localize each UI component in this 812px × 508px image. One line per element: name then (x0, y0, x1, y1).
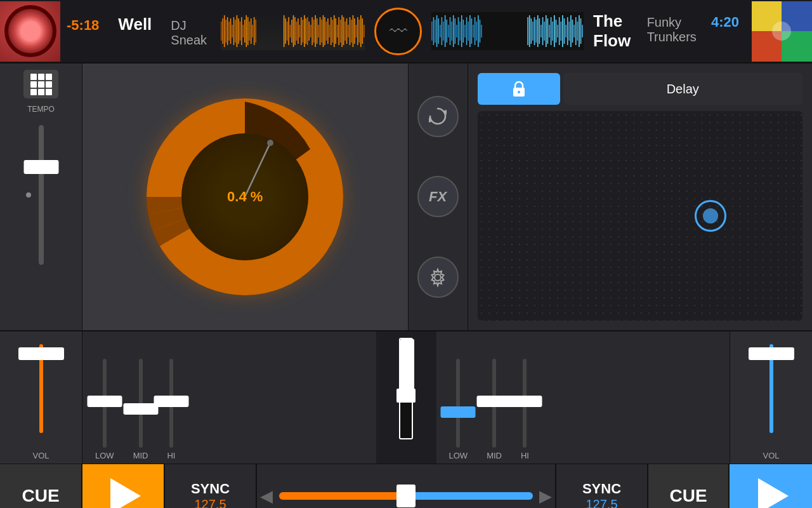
crossfader-h-thumb[interactable] (396, 485, 416, 507)
svg-rect-105 (481, 25, 482, 37)
svg-rect-109 (532, 22, 534, 41)
svg-rect-108 (531, 18, 532, 44)
svg-rect-96 (466, 17, 468, 45)
eq-mid-thumb-left[interactable] (123, 403, 158, 415)
svg-rect-79 (438, 18, 439, 44)
logo-circle: 〰 (374, 8, 422, 55)
eq-hi-thumb-right[interactable] (508, 396, 542, 407)
svg-rect-25 (286, 22, 287, 41)
svg-rect-132 (570, 15, 572, 47)
delay-button[interactable]: Delay (563, 73, 803, 105)
svg-rect-99 (471, 18, 473, 44)
eq-mid-track-right (492, 359, 496, 448)
svg-rect-27 (289, 25, 290, 37)
svg-rect-134 (573, 25, 575, 37)
sync-button-right[interactable]: SYNC 127.5 (555, 464, 647, 508)
svg-rect-69 (355, 25, 356, 37)
settings-button[interactable] (417, 257, 459, 298)
crossfader-vertical[interactable] (376, 331, 436, 464)
svg-rect-113 (539, 18, 540, 44)
eq-low-label-right: LOW (449, 451, 468, 460)
svg-rect-26 (288, 17, 289, 45)
svg-rect-47 (321, 20, 322, 43)
svg-rect-118 (547, 18, 549, 44)
eq-section-left: LOW MID HI (82, 331, 376, 464)
cue-button-left[interactable]: CUE (0, 464, 82, 508)
sync-btn[interactable] (417, 96, 459, 137)
svg-rect-41 (311, 17, 312, 45)
eq-low-thumb-left[interactable] (87, 396, 122, 407)
svg-rect-59 (339, 20, 340, 43)
deck-time-right: 4:20 (711, 14, 739, 30)
grid-button[interactable] (23, 70, 58, 98)
svg-rect-76 (433, 17, 435, 45)
cf-arrow-left[interactable]: ◀ (260, 486, 273, 506)
svg-rect-123 (556, 20, 557, 43)
sync-button-left[interactable]: SYNC 127.5 (165, 464, 257, 508)
cue-button-right[interactable]: CUE (647, 464, 730, 508)
svg-rect-127 (562, 15, 563, 47)
svg-rect-103 (478, 15, 479, 47)
svg-rect-110 (534, 17, 535, 45)
svg-point-183 (267, 140, 273, 146)
svg-rect-46 (319, 17, 320, 45)
eq-low-track-right (456, 359, 460, 448)
lock-button[interactable] (478, 73, 560, 105)
eq-low-thumb-right[interactable] (441, 406, 476, 418)
sync-bpm-right: 127.5 (586, 497, 617, 509)
crossfader-fill-left (279, 492, 406, 500)
deck-left-header: -5:18 Well DJ Sneak (0, 0, 368, 62)
eq-hi-right[interactable]: HI (521, 359, 529, 460)
svg-rect-16 (246, 15, 246, 47)
svg-rect-78 (436, 15, 438, 47)
deck-artist-right: Funky Trunkers (647, 15, 705, 44)
vol-thumb-left[interactable] (18, 347, 64, 360)
eq-low-left[interactable]: LOW (95, 359, 114, 460)
svg-rect-115 (542, 17, 544, 45)
svg-rect-42 (313, 20, 313, 43)
cf-arrow-right[interactable]: ▶ (539, 486, 552, 506)
waveform-left[interactable] (221, 12, 365, 50)
svg-point-186 (435, 274, 441, 281)
svg-rect-104 (480, 20, 481, 43)
eq-mid-right[interactable]: MID (487, 359, 502, 460)
svg-rect-40 (310, 25, 310, 37)
svg-rect-124 (557, 25, 558, 37)
deck-title-right: The Flow (593, 11, 641, 51)
crossfader-h-track[interactable] (279, 492, 533, 500)
eq-mid-left[interactable]: MID (133, 359, 148, 460)
fx-button[interactable]: FX (417, 176, 459, 217)
eq-hi-left[interactable]: HI (167, 359, 175, 460)
tempo-slider[interactable] (39, 119, 44, 330)
deck-artist-left: DJ Sneak (171, 18, 211, 48)
svg-rect-28 (291, 20, 292, 43)
tempo-thumb[interactable] (23, 160, 58, 174)
vol-fader-left[interactable] (39, 338, 43, 448)
crossfader-v-thumb[interactable] (396, 389, 416, 403)
eq-hi-thumb-left[interactable] (154, 396, 188, 407)
svg-rect-53 (331, 17, 331, 45)
waveform-right[interactable] (431, 12, 584, 50)
play-button-right[interactable] (730, 464, 812, 508)
album-art-right[interactable] (752, 1, 812, 62)
svg-rect-31 (296, 22, 296, 41)
vol-fader-right[interactable] (769, 338, 773, 448)
svg-rect-14 (242, 25, 243, 37)
eq-hi-label-right: HI (521, 451, 529, 460)
svg-rect-138 (580, 18, 582, 44)
vol-left: VOL (0, 331, 82, 464)
svg-rect-87 (451, 22, 452, 41)
turntable-left[interactable]: 0.4 % (147, 98, 343, 295)
deck-info-right: The Flow Funky Trunkers 4:20 (587, 6, 752, 56)
svg-rect-39 (308, 22, 309, 41)
play-button-left[interactable] (82, 464, 165, 508)
eq-mid-thumb-right[interactable] (477, 396, 512, 407)
album-art-left[interactable] (0, 1, 60, 62)
eq-low-right[interactable]: LOW (449, 359, 468, 460)
eq-hi-label-left: HI (167, 451, 175, 460)
fx-pad[interactable] (478, 111, 803, 321)
vol-thumb-right[interactable] (749, 347, 794, 360)
fx-pad-circle[interactable] (695, 200, 726, 232)
svg-rect-49 (324, 17, 325, 45)
svg-rect-56 (335, 18, 336, 44)
